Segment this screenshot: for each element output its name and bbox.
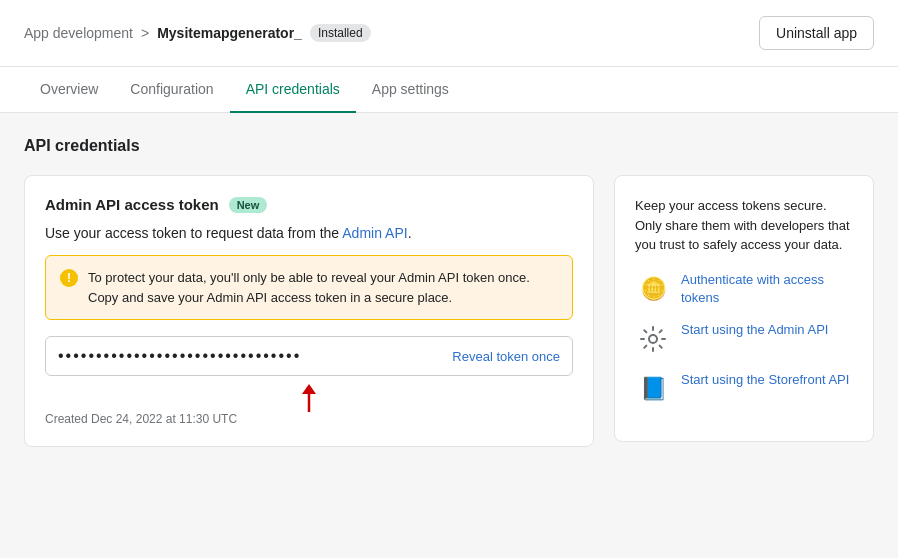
- right-card: Keep your access tokens secure. Only sha…: [614, 175, 874, 442]
- svg-point-2: [649, 335, 657, 343]
- warning-icon: !: [60, 269, 78, 287]
- admin-api-link[interactable]: Admin API: [342, 225, 407, 241]
- uninstall-app-button[interactable]: Uninstall app: [759, 16, 874, 50]
- link-item-admin-api: Start using the Admin API: [635, 321, 853, 357]
- app-name: Mysitemapgenerator_: [157, 25, 302, 41]
- tab-configuration[interactable]: Configuration: [114, 67, 229, 113]
- storefront-api-link[interactable]: Start using the Storefront API: [681, 371, 849, 389]
- storefront-api-icon: 📘: [635, 371, 671, 407]
- tab-api-credentials[interactable]: API credentials: [230, 67, 356, 113]
- tab-overview[interactable]: Overview: [24, 67, 114, 113]
- installed-badge: Installed: [310, 24, 371, 42]
- admin-api-icon: [635, 321, 671, 357]
- page: App development > Mysitemapgenerator_ In…: [0, 0, 898, 558]
- header: App development > Mysitemapgenerator_ In…: [0, 0, 898, 67]
- token-field: •••••••••••••••••••••••••••••••• Reveal …: [45, 336, 573, 376]
- breadcrumb-separator: >: [141, 25, 149, 41]
- tabs-container: Overview Configuration API credentials A…: [0, 67, 898, 113]
- warning-text: To protect your data, you'll only be abl…: [88, 268, 558, 307]
- created-text: Created Dec 24, 2022 at 11:30 UTC: [45, 412, 573, 426]
- tabs: Overview Configuration API credentials A…: [24, 67, 874, 112]
- link-item-authenticate: 🪙 Authenticate with access tokens: [635, 271, 853, 307]
- card-description-suffix: .: [408, 225, 412, 241]
- page-title: API credentials: [24, 137, 874, 155]
- tab-app-settings[interactable]: App settings: [356, 67, 465, 113]
- breadcrumb: App development > Mysitemapgenerator_ In…: [24, 24, 371, 42]
- main-layout: Admin API access token New Use your acce…: [24, 175, 874, 447]
- svg-marker-1: [302, 384, 316, 394]
- arrow-up-icon: [297, 384, 321, 412]
- right-card-description: Keep your access tokens secure. Only sha…: [635, 196, 853, 255]
- authenticate-icon: 🪙: [635, 271, 671, 307]
- authenticate-link[interactable]: Authenticate with access tokens: [681, 271, 853, 307]
- arrow-annotation: [45, 384, 573, 412]
- card-description: Use your access token to request data fr…: [45, 225, 573, 241]
- admin-api-link-right[interactable]: Start using the Admin API: [681, 321, 828, 339]
- reveal-token-button[interactable]: Reveal token once: [452, 349, 560, 364]
- content: API credentials Admin API access token N…: [0, 113, 898, 471]
- breadcrumb-link[interactable]: App development: [24, 25, 133, 41]
- left-card: Admin API access token New Use your acce…: [24, 175, 594, 447]
- link-item-storefront-api: 📘 Start using the Storefront API: [635, 371, 853, 407]
- card-title: Admin API access token: [45, 196, 219, 213]
- card-description-prefix: Use your access token to request data fr…: [45, 225, 342, 241]
- gear-icon-svg: [639, 325, 667, 353]
- card-header: Admin API access token New: [45, 196, 573, 213]
- warning-box: ! To protect your data, you'll only be a…: [45, 255, 573, 320]
- token-dots: ••••••••••••••••••••••••••••••••: [58, 347, 452, 365]
- new-badge: New: [229, 197, 268, 213]
